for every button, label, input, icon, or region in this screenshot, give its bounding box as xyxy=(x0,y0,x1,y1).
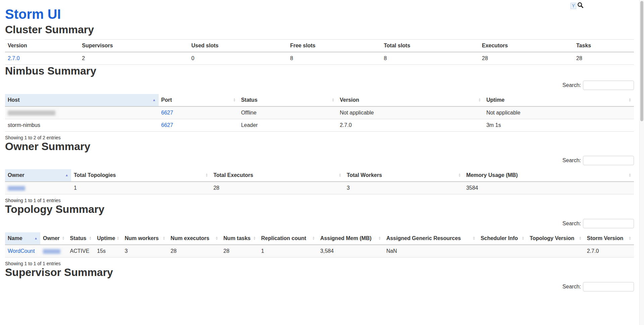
cell-storm-version: 2.7.0 xyxy=(584,245,634,258)
cell-free-slots: 8 xyxy=(287,52,381,65)
search-label: Search: xyxy=(562,82,581,88)
cell-assigned-generic-resources: NaN xyxy=(384,245,478,258)
storm-ui-home-link[interactable]: Storm UI xyxy=(5,7,61,21)
table-row: 1 28 3 3584 xyxy=(5,182,634,194)
cell-owner xyxy=(5,182,71,194)
column-header-status[interactable]: Status▲▼ xyxy=(67,232,95,245)
cell-port: 6627 xyxy=(159,119,238,131)
cell-host: storm-nimbus xyxy=(5,119,159,131)
topology-search: Search: xyxy=(5,219,634,228)
column-header-used-slots: Used slots xyxy=(189,39,287,52)
cluster-summary-table: Version Supervisors Used slots Free slot… xyxy=(5,39,634,65)
sort-icon: ▲▼ xyxy=(253,236,256,240)
cell-num-tasks: 28 xyxy=(221,245,258,258)
redacted-owner-link[interactable] xyxy=(8,186,25,191)
column-header-scheduler-info[interactable]: Scheduler Info▲▼ xyxy=(478,232,527,245)
sort-icon: ▲▼ xyxy=(458,173,461,177)
column-header-total-workers[interactable]: Total Workers▲▼ xyxy=(344,169,464,182)
table-header-row: Name▲ Owner▲▼ Status▲▼ Uptime▲▼ Num work… xyxy=(5,232,634,245)
table-row: storm-nimbus 6627 Leader 2.7.0 3m 1s xyxy=(5,119,634,131)
cell-memory-usage: 3584 xyxy=(464,182,634,194)
cell-status: Offline xyxy=(238,106,337,119)
owner-search-input[interactable] xyxy=(583,156,634,165)
search-label: Search: xyxy=(562,221,581,227)
column-header-version[interactable]: Version▲▼ xyxy=(337,94,484,106)
search-icon[interactable] xyxy=(577,2,584,10)
version-link[interactable]: 2.7.0 xyxy=(8,55,20,61)
owner-entries-info: Showing 1 to 1 of 1 entries xyxy=(5,198,634,203)
column-header-assigned-mem[interactable]: Assigned Mem (MB)▲▼ xyxy=(318,232,384,245)
topology-entries-info: Showing 1 to 1 of 1 entries xyxy=(5,261,634,266)
column-header-total-executors[interactable]: Total Executors▲▼ xyxy=(211,169,344,182)
port-link[interactable]: 6627 xyxy=(161,122,173,128)
column-header-total-topologies[interactable]: Total Topologies▲▼ xyxy=(71,169,211,182)
column-header-executors: Executors xyxy=(479,39,574,52)
column-header-version: Version xyxy=(5,39,79,52)
column-header-topology-version[interactable]: Topology Version▲▼ xyxy=(527,232,584,245)
column-header-total-slots: Total slots xyxy=(381,39,479,52)
column-header-port[interactable]: Port▲▼ xyxy=(159,94,238,106)
table-header-row: Owner▲ Total Topologies▲▼ Total Executor… xyxy=(5,169,634,182)
column-header-owner[interactable]: Owner▲ xyxy=(5,169,71,182)
cell-host xyxy=(5,106,159,119)
sort-icon: ▲▼ xyxy=(312,236,315,240)
sort-icon: ▲▼ xyxy=(339,173,341,177)
column-header-storm-version[interactable]: Storm Version▲▼ xyxy=(584,232,634,245)
sort-icon: ▲▼ xyxy=(473,236,475,240)
redacted-owner-link[interactable] xyxy=(43,249,60,254)
column-header-num-executors[interactable]: Num executors▲▼ xyxy=(168,232,221,245)
column-header-memory-usage[interactable]: Memory Usage (MB)▲▼ xyxy=(464,169,634,182)
sort-ascending-icon: ▲ xyxy=(34,237,38,240)
column-header-num-workers[interactable]: Num workers▲▼ xyxy=(122,232,168,245)
column-header-tasks: Tasks xyxy=(574,39,634,52)
owner-summary-table: Owner▲ Total Topologies▲▼ Total Executor… xyxy=(5,169,634,194)
supervisor-summary-heading: Supervisor Summary xyxy=(5,266,634,279)
sort-icon: ▲▼ xyxy=(89,236,92,240)
sort-icon: ▲▼ xyxy=(629,173,631,177)
column-header-owner[interactable]: Owner▲▼ xyxy=(40,232,67,245)
cell-supervisors: 2 xyxy=(79,52,189,65)
nimbus-entries-info: Showing 1 to 2 of 2 entries xyxy=(5,135,634,140)
scrollbar-track[interactable] xyxy=(639,0,644,325)
cell-port: 6627 xyxy=(159,106,238,119)
redacted-host-value xyxy=(8,110,55,115)
topology-summary-table: Name▲ Owner▲▼ Status▲▼ Uptime▲▼ Num work… xyxy=(5,232,634,258)
cell-version: 2.7.0 xyxy=(337,119,484,131)
nimbus-search-input[interactable] xyxy=(583,81,634,90)
cell-scheduler-info xyxy=(478,245,527,258)
column-header-status[interactable]: Status▲▼ xyxy=(238,94,337,106)
cell-name: WordCount xyxy=(5,245,40,258)
cluster-summary-heading: Cluster Summary xyxy=(5,24,634,36)
column-header-num-tasks[interactable]: Num tasks▲▼ xyxy=(221,232,258,245)
supervisor-search-input[interactable] xyxy=(583,282,634,291)
cell-total-slots: 8 xyxy=(381,52,479,65)
column-header-host[interactable]: Host▲ xyxy=(5,94,159,106)
cell-total-workers: 3 xyxy=(344,182,464,194)
sort-icon: ▲▼ xyxy=(62,236,65,240)
nimbus-summary-heading: Nimbus Summary xyxy=(5,65,634,77)
supervisor-search: Search: xyxy=(5,282,634,291)
cell-used-slots: 0 xyxy=(189,52,287,65)
table-row: 2.7.0 2 0 8 8 28 28 xyxy=(5,52,634,65)
column-header-uptime[interactable]: Uptime▲▼ xyxy=(94,232,122,245)
sort-icon: ▲▼ xyxy=(163,236,165,240)
cell-tasks: 28 xyxy=(574,52,634,65)
sort-icon: ▲▼ xyxy=(629,98,631,102)
topology-name-link[interactable]: WordCount xyxy=(8,248,35,254)
column-header-assigned-generic-resources[interactable]: Assigned Generic Resources▲▼ xyxy=(384,232,478,245)
cell-uptime: 3m 1s xyxy=(484,119,634,131)
column-header-uptime[interactable]: Uptime▲▼ xyxy=(484,94,634,106)
sort-icon: ▲▼ xyxy=(629,236,631,240)
filter-funnel-icon[interactable]: Y xyxy=(571,3,576,9)
scrollbar-thumb[interactable] xyxy=(640,1,643,121)
cell-assigned-mem: 3,584 xyxy=(318,245,384,258)
column-header-replication-count[interactable]: Replication count▲▼ xyxy=(259,232,318,245)
sort-icon: ▲▼ xyxy=(205,173,208,177)
topology-search-input[interactable] xyxy=(583,219,634,228)
sort-icon: ▲▼ xyxy=(378,236,381,240)
cell-executors: 28 xyxy=(479,52,574,65)
topology-summary-heading: Topology Summary xyxy=(5,203,634,216)
search-label: Search: xyxy=(562,157,581,164)
column-header-name[interactable]: Name▲ xyxy=(5,232,40,245)
port-link[interactable]: 6627 xyxy=(161,110,173,115)
